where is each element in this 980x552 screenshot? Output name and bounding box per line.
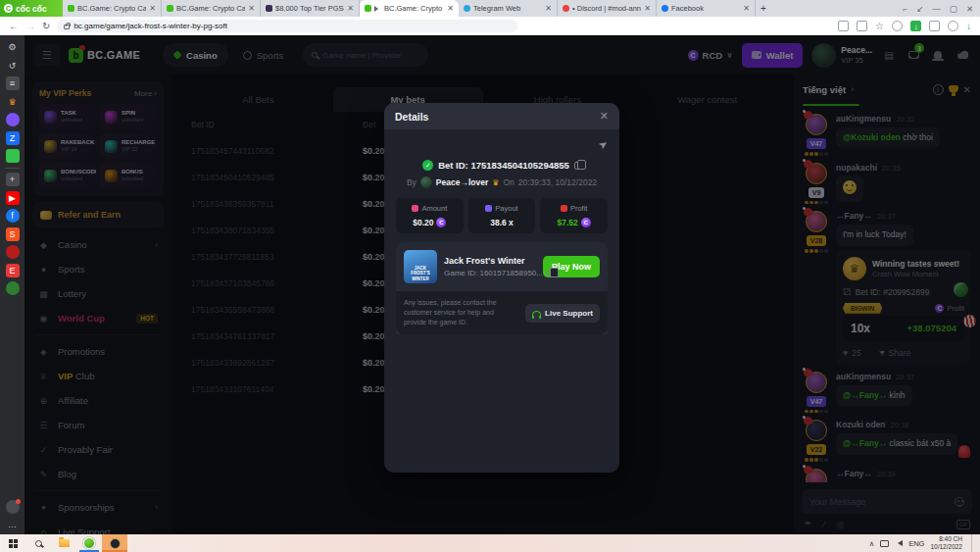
bet-stats: Amount$0.20CPayout38.6 xProfit$7.52C: [396, 198, 608, 233]
tab-close-icon[interactable]: ✕: [644, 4, 651, 13]
show-desktop-button[interactable]: [971, 534, 974, 552]
agar-icon[interactable]: [6, 245, 20, 259]
tab-close-icon[interactable]: ✕: [248, 4, 255, 13]
tab-favicon: [662, 5, 668, 12]
tab-close-icon[interactable]: ✕: [347, 4, 354, 13]
by-label: By: [407, 177, 416, 187]
zalo-icon[interactable]: Z: [6, 131, 20, 145]
notification-bell-icon[interactable]: [6, 500, 20, 514]
tab-title: Facebook: [671, 4, 740, 13]
save-page-icon[interactable]: [838, 21, 849, 31]
copy-icon[interactable]: [547, 270, 554, 277]
stat-profit: Profit$7.52C: [540, 198, 608, 233]
facebook-icon[interactable]: f: [6, 209, 20, 223]
tab-title: BC.Game: Crypto Casino: [176, 4, 245, 13]
start-button[interactable]: [0, 534, 25, 552]
pin-window-icon[interactable]: ↙: [916, 4, 923, 14]
game-card: JACK FROST'S WINTER Jack Frost's Winter …: [396, 242, 608, 334]
share-icon[interactable]: ➤: [596, 137, 611, 153]
player-name[interactable]: Peace→lover: [436, 177, 488, 187]
browser-tab[interactable]: BC.Game: Crypto Ca✕: [360, 0, 459, 17]
coin-icon: C: [581, 218, 591, 227]
close-button[interactable]: ✕: [966, 4, 973, 14]
sidebar-divider: [5, 168, 20, 169]
support-note: Any issues, please contact the customer …: [404, 298, 514, 327]
translate-icon[interactable]: [857, 21, 867, 31]
modal-header: Details ✕: [384, 103, 619, 129]
headphones-icon: [532, 311, 541, 317]
stat-value: $7.52C: [542, 218, 606, 227]
coccoc-taskbar-icon[interactable]: [76, 534, 102, 552]
browser-tab[interactable]: BC.Game: Crypto Casino✕: [162, 0, 261, 17]
crown-icon[interactable]: ♛: [6, 95, 20, 109]
bet-datetime: 20:39:33, 10/12/2022: [518, 177, 597, 187]
soccer-icon[interactable]: [6, 281, 20, 295]
profile-icon[interactable]: [948, 21, 958, 31]
extension-icon[interactable]: [929, 21, 940, 31]
shopee-icon[interactable]: S: [6, 227, 20, 241]
back-button[interactable]: ←: [9, 22, 19, 31]
bet-id-text: Bet ID: 1751834504105294855: [438, 160, 569, 171]
copy-icon[interactable]: [574, 162, 581, 170]
history-icon[interactable]: ↺: [6, 59, 20, 73]
games-icon[interactable]: [6, 149, 20, 163]
windows-taskbar: ∧ ENG 8:40 CH 10/12/2022: [0, 534, 980, 552]
coccoc-logo-icon: C: [4, 4, 13, 13]
browser-tab[interactable]: Telegram Web✕: [459, 0, 558, 17]
tab-close-icon[interactable]: ✕: [743, 4, 750, 13]
live-support-button[interactable]: Live Support: [525, 304, 600, 323]
new-tab-button[interactable]: +: [756, 0, 771, 17]
idm-extension-icon[interactable]: [910, 21, 921, 31]
tab-close-icon[interactable]: ✕: [545, 4, 552, 13]
coccoc-brand-label: cốc cốc: [16, 4, 47, 14]
browser-tab[interactable]: BC.Game: Crypto Casino✕: [63, 0, 162, 17]
browser-tabs: BC.Game: Crypto Casino✕BC.Game: Crypto C…: [63, 0, 756, 17]
browser-tab[interactable]: Facebook✕: [657, 0, 756, 17]
tab-close-icon[interactable]: ✕: [149, 4, 156, 13]
stat-label: Profit: [542, 204, 606, 213]
browser-tab[interactable]: • Discord | #mod-annc✕: [558, 0, 657, 17]
tab-title: BC.Game: Crypto Ca: [384, 4, 444, 13]
tab-title: Telegram Web: [473, 4, 542, 13]
tray-expand-icon[interactable]: ∧: [869, 539, 875, 548]
tab-title: BC.Game: Crypto Casino: [77, 4, 146, 13]
stat-value: 38.6 x: [470, 218, 534, 227]
tab-favicon: [266, 5, 272, 12]
settings-icon[interactable]: ⚙: [6, 40, 20, 54]
more-icon[interactable]: …: [6, 518, 20, 531]
tab-favicon: [68, 5, 74, 12]
bookmark-star-icon[interactable]: ☆: [875, 21, 884, 31]
forward-button[interactable]: →: [25, 22, 35, 31]
active-app-icon[interactable]: [102, 534, 127, 552]
address-bar[interactable]: bc.game/game/jack-frost-s-winter-by-pg-s…: [57, 20, 517, 32]
clock[interactable]: 8:40 CH 10/12/2022: [930, 535, 962, 552]
tab-favicon: [464, 5, 470, 12]
file-explorer-icon[interactable]: [51, 534, 76, 552]
modal-close-icon[interactable]: ✕: [600, 110, 609, 123]
browser-toolbar: ← → ↻ bc.game/game/jack-frost-s-winter-b…: [0, 17, 980, 35]
profit-icon: [561, 205, 567, 212]
payout-icon: [485, 205, 492, 212]
tab-title: $8,000 Top Tier PGSoft: N: [275, 4, 344, 13]
browser-tab[interactable]: $8,000 Top Tier PGSoft: N✕: [261, 0, 360, 17]
game-name: Jack Frost's Winter: [444, 256, 536, 266]
tab-close-icon[interactable]: ✕: [447, 4, 454, 13]
minimize-button[interactable]: —: [932, 4, 941, 14]
network-icon[interactable]: [880, 540, 889, 547]
tab-search-icon[interactable]: ⌐: [903, 4, 907, 14]
messenger-icon[interactable]: [6, 113, 20, 126]
add-shortcut-icon[interactable]: +: [6, 173, 20, 186]
refresh-button[interactable]: ↻: [42, 22, 50, 31]
stat-label: Amount: [398, 204, 462, 213]
e-app-icon[interactable]: E: [6, 264, 20, 277]
game-thumbnail[interactable]: JACK FROST'S WINTER: [404, 250, 437, 283]
volume-icon[interactable]: [895, 540, 903, 546]
shield-icon[interactable]: [892, 21, 903, 31]
tab-audio-icon[interactable]: [374, 6, 381, 12]
taskbar-search-icon[interactable]: [25, 534, 51, 552]
reading-list-icon[interactable]: ≡: [6, 76, 20, 90]
download-icon[interactable]: ↓: [966, 21, 971, 31]
youtube-icon[interactable]: ▶: [6, 191, 20, 205]
maximize-button[interactable]: ▢: [950, 4, 957, 14]
language-indicator[interactable]: ENG: [908, 539, 924, 548]
